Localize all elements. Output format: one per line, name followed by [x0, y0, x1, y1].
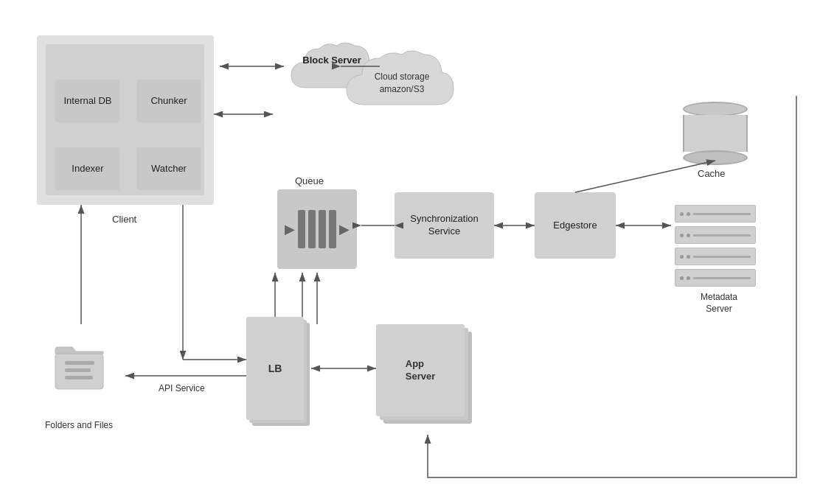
watcher-box: Watcher [136, 147, 201, 190]
architecture-diagram: Internal DB Chunker Indexer Watcher Clie… [0, 0, 834, 504]
indexer-label: Indexer [72, 163, 103, 175]
client-label: Client [112, 214, 136, 225]
sync-service-label: SynchronizationService [410, 213, 479, 238]
chunker-box: Chunker [136, 80, 201, 122]
cache-container [678, 102, 752, 165]
svg-rect-3 [65, 376, 93, 379]
svg-line-9 [575, 161, 715, 192]
queue-box: ▶ ▶ [277, 189, 357, 269]
internal-db-label: Internal DB [63, 95, 111, 108]
metadata-server-label: MetadataServer [678, 292, 760, 315]
watcher-label: Watcher [151, 163, 187, 175]
cache-label: Cache [698, 168, 726, 179]
chunker-label: Chunker [150, 95, 187, 108]
edgestore-box: Edgestore [535, 192, 616, 259]
cloud-storage-label: Cloud storageamazon/S3 [336, 40, 468, 121]
svg-rect-2 [65, 368, 91, 372]
folders-files-icon [41, 324, 122, 413]
app-server-container: AppServer [376, 324, 478, 431]
folders-files-label: Folders and Files [31, 420, 127, 432]
sync-service-box: SynchronizationService [395, 192, 494, 259]
edgestore-label: Edgestore [553, 220, 597, 232]
internal-db-box: Internal DB [55, 80, 120, 122]
metadata-server-container [675, 205, 756, 287]
svg-rect-1 [65, 361, 94, 365]
indexer-box: Indexer [55, 147, 120, 190]
cloud-storage-text: Cloud storageamazon/S3 [336, 71, 468, 96]
queue-label: Queue [295, 175, 324, 186]
api-service-label: API Service [159, 383, 205, 395]
lb-container: LB [246, 317, 311, 433]
client-container: Internal DB Chunker Indexer Watcher [37, 35, 214, 205]
